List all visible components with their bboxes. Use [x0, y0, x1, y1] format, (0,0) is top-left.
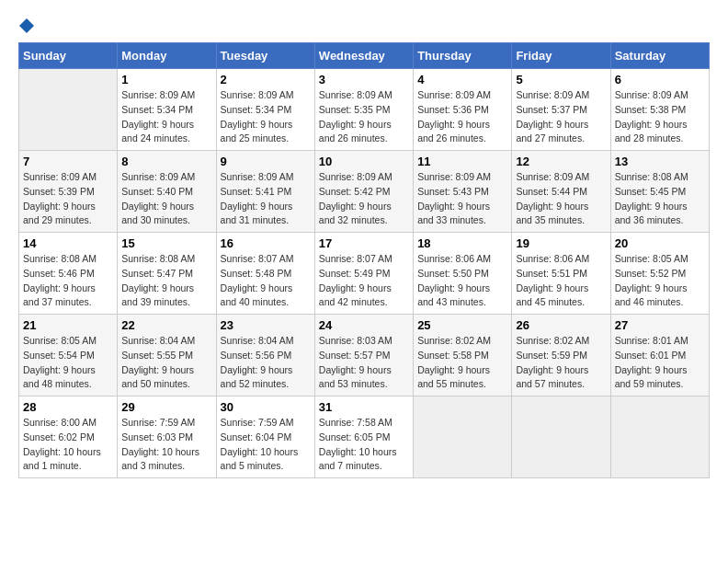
day-info: Sunrise: 8:07 AMSunset: 5:48 PMDaylight:…: [221, 252, 311, 310]
header-cell-thursday: Thursday: [414, 43, 512, 69]
day-info: Sunrise: 8:08 AMSunset: 5:47 PMDaylight:…: [121, 252, 211, 310]
day-cell: 17Sunrise: 8:07 AMSunset: 5:49 PMDayligh…: [314, 233, 413, 315]
day-number: 8: [121, 155, 211, 168]
day-info: Sunrise: 8:05 AMSunset: 5:54 PMDaylight:…: [23, 334, 113, 392]
calendar-table: SundayMondayTuesdayWednesdayThursdayFrid…: [18, 42, 710, 478]
day-number: 7: [23, 155, 113, 168]
header-cell-saturday: Saturday: [610, 43, 709, 69]
day-number: 21: [23, 318, 113, 332]
week-row-3: 14Sunrise: 8:08 AMSunset: 5:46 PMDayligh…: [19, 233, 710, 315]
header-cell-sunday: Sunday: [19, 43, 118, 69]
day-number: 15: [121, 236, 211, 250]
day-number: 10: [319, 155, 409, 168]
day-info: Sunrise: 8:09 AMSunset: 5:43 PMDaylight:…: [417, 170, 507, 228]
day-number: 19: [516, 236, 606, 250]
day-cell: 3Sunrise: 8:09 AMSunset: 5:35 PMDaylight…: [314, 69, 413, 151]
header-row: SundayMondayTuesdayWednesdayThursdayFrid…: [19, 43, 710, 69]
day-cell: 15Sunrise: 8:08 AMSunset: 5:47 PMDayligh…: [118, 233, 216, 315]
day-number: 1: [121, 73, 211, 86]
day-info: Sunrise: 8:06 AMSunset: 5:50 PMDaylight:…: [417, 252, 507, 310]
day-cell: 30Sunrise: 7:59 AMSunset: 6:04 PMDayligh…: [216, 396, 314, 478]
day-info: Sunrise: 8:02 AMSunset: 5:59 PMDaylight:…: [516, 334, 606, 392]
day-number: 24: [319, 318, 409, 332]
day-number: 22: [121, 318, 211, 332]
day-info: Sunrise: 7:58 AMSunset: 6:05 PMDaylight:…: [319, 416, 409, 474]
day-info: Sunrise: 8:09 AMSunset: 5:41 PMDaylight:…: [221, 170, 311, 228]
week-row-1: 1Sunrise: 8:09 AMSunset: 5:34 PMDaylight…: [19, 69, 710, 151]
day-info: Sunrise: 8:09 AMSunset: 5:38 PMDaylight:…: [615, 88, 705, 146]
day-cell: 7Sunrise: 8:09 AMSunset: 5:39 PMDaylight…: [19, 151, 118, 233]
day-number: 3: [319, 73, 409, 86]
day-cell: 13Sunrise: 8:08 AMSunset: 5:45 PMDayligh…: [610, 151, 709, 233]
svg-marker-0: [19, 18, 34, 33]
day-cell: 14Sunrise: 8:08 AMSunset: 5:46 PMDayligh…: [19, 233, 118, 315]
day-cell: 29Sunrise: 7:59 AMSunset: 6:03 PMDayligh…: [118, 396, 216, 478]
day-number: 13: [615, 155, 705, 168]
day-cell: 20Sunrise: 8:05 AMSunset: 5:52 PMDayligh…: [610, 233, 709, 315]
day-info: Sunrise: 8:05 AMSunset: 5:52 PMDaylight:…: [615, 252, 705, 310]
day-info: Sunrise: 8:09 AMSunset: 5:40 PMDaylight:…: [121, 170, 211, 228]
day-cell: [512, 396, 610, 478]
day-info: Sunrise: 8:09 AMSunset: 5:34 PMDaylight:…: [221, 88, 311, 146]
day-number: 23: [221, 318, 311, 332]
day-cell: 1Sunrise: 8:09 AMSunset: 5:34 PMDaylight…: [118, 69, 216, 151]
header-cell-tuesday: Tuesday: [216, 43, 314, 69]
day-number: 16: [221, 236, 311, 250]
day-number: 31: [319, 400, 409, 414]
day-number: 18: [417, 236, 507, 250]
logo: [18, 18, 35, 33]
week-row-5: 28Sunrise: 8:00 AMSunset: 6:02 PMDayligh…: [19, 396, 710, 478]
day-number: 9: [221, 155, 311, 168]
day-number: 25: [417, 318, 507, 332]
day-info: Sunrise: 8:08 AMSunset: 5:45 PMDaylight:…: [615, 170, 705, 228]
day-cell: 21Sunrise: 8:05 AMSunset: 5:54 PMDayligh…: [19, 315, 118, 396]
day-info: Sunrise: 8:09 AMSunset: 5:39 PMDaylight:…: [23, 170, 113, 228]
day-info: Sunrise: 8:09 AMSunset: 5:42 PMDaylight:…: [319, 170, 409, 228]
day-info: Sunrise: 7:59 AMSunset: 6:03 PMDaylight:…: [121, 416, 211, 474]
day-number: 6: [615, 73, 705, 86]
day-number: 29: [121, 400, 211, 414]
day-info: Sunrise: 8:00 AMSunset: 6:02 PMDaylight:…: [23, 416, 113, 474]
day-info: Sunrise: 7:59 AMSunset: 6:04 PMDaylight:…: [221, 416, 311, 474]
day-number: 11: [417, 155, 507, 168]
day-number: 14: [23, 236, 113, 250]
day-cell: 23Sunrise: 8:04 AMSunset: 5:56 PMDayligh…: [216, 315, 314, 396]
day-cell: 27Sunrise: 8:01 AMSunset: 6:01 PMDayligh…: [610, 315, 709, 396]
day-cell: 25Sunrise: 8:02 AMSunset: 5:58 PMDayligh…: [414, 315, 512, 396]
day-info: Sunrise: 8:09 AMSunset: 5:36 PMDaylight:…: [417, 88, 507, 146]
day-number: 27: [615, 318, 705, 332]
day-info: Sunrise: 8:09 AMSunset: 5:44 PMDaylight:…: [516, 170, 606, 228]
day-cell: 31Sunrise: 7:58 AMSunset: 6:05 PMDayligh…: [314, 396, 413, 478]
day-cell: [610, 396, 709, 478]
day-cell: 26Sunrise: 8:02 AMSunset: 5:59 PMDayligh…: [512, 315, 610, 396]
day-number: 26: [516, 318, 606, 332]
day-number: 20: [615, 236, 705, 250]
day-number: 12: [516, 155, 606, 168]
day-info: Sunrise: 8:02 AMSunset: 5:58 PMDaylight:…: [417, 334, 507, 392]
day-cell: 5Sunrise: 8:09 AMSunset: 5:37 PMDaylight…: [512, 69, 610, 151]
day-cell: 2Sunrise: 8:09 AMSunset: 5:34 PMDaylight…: [216, 69, 314, 151]
header-cell-wednesday: Wednesday: [314, 43, 413, 69]
day-number: 2: [221, 73, 311, 86]
day-cell: 16Sunrise: 8:07 AMSunset: 5:48 PMDayligh…: [216, 233, 314, 315]
day-cell: 28Sunrise: 8:00 AMSunset: 6:02 PMDayligh…: [19, 396, 118, 478]
day-info: Sunrise: 8:03 AMSunset: 5:57 PMDaylight:…: [319, 334, 409, 392]
day-number: 30: [221, 400, 311, 414]
day-cell: [19, 69, 118, 151]
day-cell: 24Sunrise: 8:03 AMSunset: 5:57 PMDayligh…: [314, 315, 413, 396]
header-cell-friday: Friday: [512, 43, 610, 69]
day-cell: 4Sunrise: 8:09 AMSunset: 5:36 PMDaylight…: [414, 69, 512, 151]
day-number: 17: [319, 236, 409, 250]
day-info: Sunrise: 8:09 AMSunset: 5:37 PMDaylight:…: [516, 88, 606, 146]
day-info: Sunrise: 8:04 AMSunset: 5:56 PMDaylight:…: [221, 334, 311, 392]
header-cell-monday: Monday: [118, 43, 216, 69]
day-cell: 6Sunrise: 8:09 AMSunset: 5:38 PMDaylight…: [610, 69, 709, 151]
week-row-2: 7Sunrise: 8:09 AMSunset: 5:39 PMDaylight…: [19, 151, 710, 233]
day-number: 5: [516, 73, 606, 86]
day-cell: 9Sunrise: 8:09 AMSunset: 5:41 PMDaylight…: [216, 151, 314, 233]
day-info: Sunrise: 8:06 AMSunset: 5:51 PMDaylight:…: [516, 252, 606, 310]
day-cell: 12Sunrise: 8:09 AMSunset: 5:44 PMDayligh…: [512, 151, 610, 233]
day-cell: 18Sunrise: 8:06 AMSunset: 5:50 PMDayligh…: [414, 233, 512, 315]
day-cell: [414, 396, 512, 478]
day-cell: 22Sunrise: 8:04 AMSunset: 5:55 PMDayligh…: [118, 315, 216, 396]
